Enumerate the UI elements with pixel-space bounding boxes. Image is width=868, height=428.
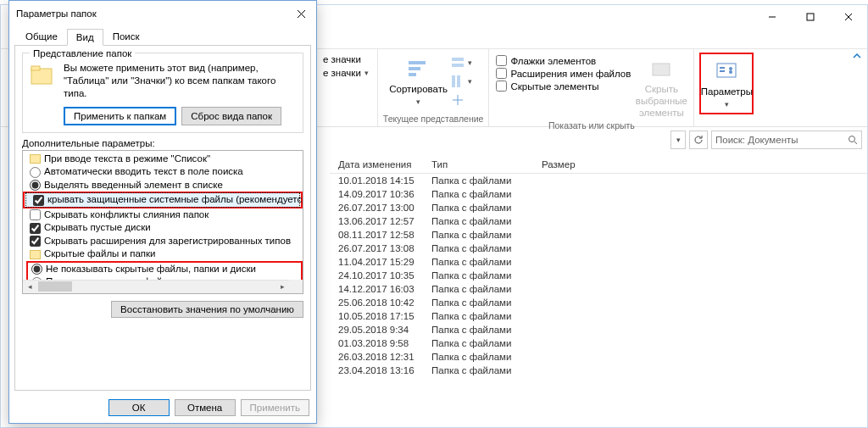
max-button[interactable]: [791, 5, 829, 29]
options-label: Параметры: [701, 86, 753, 98]
table-row[interactable]: 24.10.2017 10:35Папка с файлами: [330, 269, 867, 282]
table-row[interactable]: 26.07.2017 13:00Папка с файлами: [330, 201, 867, 214]
svg-rect-1: [409, 61, 426, 64]
hide-selected-button: Скрыть выбранные элементы: [634, 53, 688, 119]
tab-view[interactable]: Вид: [67, 29, 103, 46]
advanced-settings-tree[interactable]: При вводе текста в режиме "Список" Автом…: [22, 150, 303, 294]
table-row[interactable]: 25.06.2018 10:42Папка с файлами: [330, 296, 867, 309]
chevron-down-icon: ▾: [468, 77, 472, 86]
search-icon: [848, 135, 858, 145]
close-button[interactable]: [829, 5, 867, 29]
chk-hidden-items-label: Скрытые элементы: [510, 81, 598, 92]
ok-button[interactable]: ОК: [108, 399, 170, 416]
table-row[interactable]: 26.07.2017 13:08Папка с файлами: [330, 242, 867, 255]
svg-rect-0: [807, 14, 814, 20]
dialog-titlebar: Параметры папок: [9, 1, 316, 26]
add-columns-button[interactable]: ▾: [448, 73, 476, 90]
additional-label: Дополнительные параметры:: [22, 138, 303, 148]
min-button[interactable]: [753, 5, 791, 29]
refresh-button[interactable]: [689, 131, 708, 149]
table-row[interactable]: 10.01.2018 14:15Папка с файлами: [330, 174, 867, 187]
table-row[interactable]: 01.03.2018 9:58Папка с файлами: [330, 336, 867, 350]
reset-folder-view-button[interactable]: Сброс вида папок: [181, 107, 281, 125]
chevron-down-icon: ▾: [725, 100, 729, 109]
col-date-header[interactable]: Дата изменения: [338, 159, 431, 170]
apply-button[interactable]: Применить: [241, 399, 309, 416]
table-row[interactable]: 08.11.2017 12:58Папка с файлами: [330, 228, 867, 242]
svg-rect-10: [720, 67, 725, 69]
svg-point-12: [729, 67, 732, 70]
group-by-button[interactable]: ▾: [448, 54, 476, 71]
table-row[interactable]: 26.03.2018 12:31Папка с файлами: [330, 350, 867, 364]
tree-group-hidden: Скрытые файлы и папки: [28, 247, 301, 261]
folder-icon: [30, 154, 41, 164]
group-label-view: Текущее представление: [383, 112, 484, 126]
tree-radio-notshow[interactable]: Не показывать скрытые файлы, папки и дис…: [30, 263, 299, 276]
hide-icon: [648, 55, 675, 82]
folderviews-desc: Вы можете применить этот вид (например, …: [64, 62, 296, 100]
dialog-close-button[interactable]: [286, 1, 316, 26]
table-row[interactable]: 14.09.2017 10:36Папка с файлами: [330, 187, 867, 201]
chk-file-ext-label: Расширения имен файлов: [510, 69, 631, 79]
table-row[interactable]: 29.05.2018 9:34Папка с файлами: [330, 323, 867, 336]
tree-chk-hide-protected[interactable]: крывать защищенные системные файлы (реко…: [26, 193, 299, 207]
svg-rect-6: [452, 75, 455, 87]
chk-item-flags[interactable]: Флажки элементов: [494, 54, 632, 67]
chevron-down-icon: ▾: [364, 69, 369, 77]
svg-rect-5: [452, 64, 464, 67]
svg-rect-15: [31, 69, 52, 84]
size-all-button[interactable]: [448, 92, 476, 108]
tree-chk-hide-empty[interactable]: Скрывать пустые диски: [28, 221, 301, 235]
svg-rect-3: [409, 73, 416, 76]
svg-rect-16: [31, 66, 40, 70]
layout-small-icons[interactable]: е значки: [320, 53, 372, 66]
tab-general[interactable]: Общие: [16, 28, 67, 45]
chevron-down-icon: ▾: [676, 136, 681, 144]
layout-icons-label: е значки: [323, 68, 361, 78]
svg-rect-4: [452, 58, 464, 61]
tree-radio-selecttyped[interactable]: Выделять введенный элемент в списке: [28, 179, 301, 192]
address-history-dd[interactable]: ▾: [670, 131, 686, 149]
dialog-title: Параметры папок: [16, 8, 97, 19]
restore-defaults-button[interactable]: Восстановить значения по умолчанию: [111, 301, 303, 318]
layout-icons[interactable]: е значки ▾: [320, 66, 372, 80]
hide-selected-label: Скрыть выбранные элементы: [636, 84, 687, 119]
ribbon-collapse-icon[interactable]: [852, 49, 867, 126]
options-button[interactable]: Параметры ▾: [699, 53, 754, 114]
svg-rect-2: [409, 67, 420, 70]
chk-file-ext[interactable]: Расширения имен файлов: [494, 67, 632, 80]
sort-button[interactable]: Сортировать ▾: [392, 53, 446, 107]
file-grid: Дата изменения Тип Размер 10.01.2018 14:…: [314, 153, 867, 427]
search-input[interactable]: Поиск: Документы: [711, 131, 862, 149]
tree-radio-autotype[interactable]: Автоматически вводить текст в поле поиск…: [28, 165, 301, 179]
table-row[interactable]: 13.06.2017 12:57Папка с файлами: [330, 214, 867, 228]
sort-label: Сортировать: [389, 84, 448, 96]
grid-header[interactable]: Дата изменения Тип Размер: [330, 156, 867, 174]
tab-search[interactable]: Поиск: [103, 28, 149, 45]
svg-rect-11: [720, 70, 725, 72]
col-type-header[interactable]: Тип: [431, 159, 542, 170]
tree-chk-hide-merge[interactable]: Скрывать конфликты слияния папок: [28, 208, 301, 222]
cancel-button[interactable]: Отмена: [175, 399, 236, 416]
folderviews-legend: Представление папок: [30, 48, 135, 58]
dialog-tabs: Общие Вид Поиск: [9, 26, 316, 45]
sort-icon: [405, 55, 432, 82]
chk-item-flags-label: Флажки элементов: [510, 56, 596, 66]
svg-rect-8: [653, 64, 670, 75]
layout-small-icons-label: е значки: [323, 54, 361, 64]
table-row[interactable]: 23.04.2018 13:16Папка с файлами: [330, 364, 867, 377]
svg-point-13: [729, 70, 732, 74]
table-row[interactable]: 14.12.2017 16:03Папка с файлами: [330, 282, 867, 296]
table-row[interactable]: 10.05.2018 17:15Папка с файлами: [330, 309, 867, 323]
chevron-down-icon: ▾: [468, 58, 472, 67]
chk-hidden-items[interactable]: Скрытые элементы: [494, 80, 632, 92]
apply-to-folders-button[interactable]: Применить к папкам: [64, 107, 176, 125]
svg-point-14: [849, 136, 855, 142]
options-icon: [713, 58, 740, 85]
tree-chk-hide-ext[interactable]: Скрывать расширения для зарегистрированн…: [28, 235, 301, 248]
folder-icon: [30, 250, 41, 259]
table-row[interactable]: 11.04.2017 15:29Папка с файлами: [330, 255, 867, 269]
tree-horiz-scroll[interactable]: ◂ ▸: [23, 280, 289, 293]
col-size-header[interactable]: Размер: [542, 159, 609, 170]
search-placeholder: Поиск: Документы: [715, 135, 798, 145]
